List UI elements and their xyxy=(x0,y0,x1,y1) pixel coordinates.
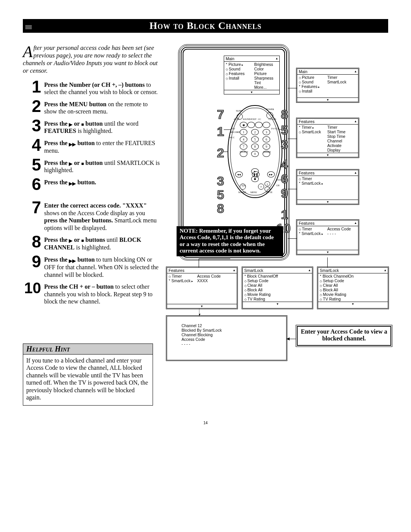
svg-rect-0 xyxy=(25,24,32,30)
callout-5: 5 xyxy=(217,187,224,202)
callout-9r: 9 xyxy=(281,186,288,201)
step-number: 7 xyxy=(23,200,44,214)
step-number: 9 xyxy=(23,254,44,268)
ff-button: ▸▸ xyxy=(267,171,275,177)
osd-main-picture: Main▴ PictureBrightnessSoundColorFeature… xyxy=(224,56,280,94)
callout-8: 8 xyxy=(217,201,224,216)
step-number: 5 xyxy=(23,158,44,172)
step-7: 7Enter the correct access code. "XXXX" s… xyxy=(23,200,160,232)
step-5: 5Press the ▶ or ■ button until SMARTLOCK… xyxy=(23,158,160,174)
page-title: How to Block Channels xyxy=(23,20,388,32)
callout-1: 1 xyxy=(217,124,224,139)
step-number: 6 xyxy=(23,177,44,191)
step-text: Press the ▶ or ■ buttons until BLOCK CHA… xyxy=(44,235,160,251)
osd-main-features: Main▴ PictureTimerSoundSmartLockFeatures… xyxy=(297,69,358,102)
step-text: Enter the correct access code. "XXXX" sh… xyxy=(44,200,160,232)
step-text: Press the ▶▶ button. xyxy=(44,177,96,187)
step-text: Press the ▶▶ button to turn blocking ON … xyxy=(44,254,160,279)
remote-control: POWER SLEEP A/CH SOUND/EXIT CC CLOCK ◉ 1… xyxy=(228,105,282,198)
helpful-hint-box: Helpful Hint If you tune to a blocked ch… xyxy=(23,343,153,406)
step-8: 8Press the ▶ or ■ buttons until BLOCK CH… xyxy=(23,235,160,251)
note-access-code: NOTE: Remember, if you forget your Acces… xyxy=(177,226,283,256)
osd-features-timer: Features▴ TimerTimerSmartLockStart TimeS… xyxy=(297,118,358,157)
step-text: Press the ▶▶ button to enter the FEATURE… xyxy=(44,138,160,155)
title-bar: How to Block Channels xyxy=(23,19,388,33)
step-text: Press the MENU button on the remote to s… xyxy=(44,99,160,115)
callout-7: 7 xyxy=(217,107,224,122)
osd-features-smartlock: Features▴ TimerSmartLock ▾ xyxy=(297,170,358,204)
step-text: Press the Number (or CH +, –) buttons to… xyxy=(44,80,160,96)
step-10: 10Press the CH + or – button to select o… xyxy=(23,281,160,305)
page-number: 14 xyxy=(23,406,388,425)
step-4: 4Press the ▶▶ button to enter the FEATUR… xyxy=(23,138,160,155)
osd-smartlock-on: SmartLock▴ Block ChannelOnSetup CodeClea… xyxy=(318,267,388,308)
callout-3: 3 xyxy=(217,174,224,189)
step-number: 2 xyxy=(23,99,44,113)
hint-body: If you tune to a blocked channel and ent… xyxy=(23,355,153,405)
step-number: 3 xyxy=(23,118,44,133)
step-text: Press the ▶ or ■ button until SMARTLOCK … xyxy=(44,158,160,174)
diagram-column: Main▴ PictureBrightnessSoundColorFeature… xyxy=(167,44,388,406)
step-number: 8 xyxy=(23,235,44,249)
dropcap: A xyxy=(23,44,33,59)
step-6: 6Press the ▶▶ button. xyxy=(23,177,160,191)
step-number: 4 xyxy=(23,138,44,152)
callout-8r: 8 xyxy=(281,107,288,122)
step-9: 9Press the ▶▶ button to turn blocking ON… xyxy=(23,254,160,279)
enter-access-code-note: Enter your Access Code to view a blocked… xyxy=(297,326,391,346)
callout-2: 2 xyxy=(217,145,224,160)
instructions-column: After your personal access code has been… xyxy=(23,44,167,406)
callout-5r: 5 xyxy=(281,123,288,137)
step-number: 1 xyxy=(23,80,44,94)
step-number: 10 xyxy=(23,281,44,294)
step-3: 3Press the ▶ or ■ button until the word … xyxy=(23,118,160,135)
ch-up: + xyxy=(264,181,270,186)
svg-marker-6 xyxy=(199,314,201,316)
step-text: Press the CH + or – button to select oth… xyxy=(44,281,160,305)
step-1: 1Press the Number (or CH +, –) buttons t… xyxy=(23,80,160,96)
ach-button: ◉ xyxy=(240,122,247,128)
osd-features-accesscode-xxxx: Features▴ TimerAccess CodeSmartLockXXXX … xyxy=(167,267,237,308)
step-2: 2Press the MENU button on the remote to … xyxy=(23,99,160,115)
lock-icon xyxy=(21,18,36,34)
svg-marker-8 xyxy=(287,337,290,340)
osd-smartlock-off: SmartLock▴ Block ChannelOffSetup CodeCle… xyxy=(242,267,313,308)
vol-up: + xyxy=(258,184,264,190)
callout-4r: 4 xyxy=(281,157,288,172)
step-text: Press the ▶ or ■ button until the word F… xyxy=(44,118,160,135)
osd-features-accesscode-blank: Features▴ TimerAccess CodeSmartLock- - -… xyxy=(297,220,358,254)
hint-title: Helpful Hint xyxy=(23,344,153,355)
callout-6r: 6 xyxy=(281,171,288,186)
intro-paragraph: After your personal access code has been… xyxy=(23,44,160,75)
rewind-button: ◂◂ xyxy=(235,171,243,177)
callout-3r: 3 xyxy=(281,137,288,152)
callout-1r: 1 xyxy=(281,207,288,222)
